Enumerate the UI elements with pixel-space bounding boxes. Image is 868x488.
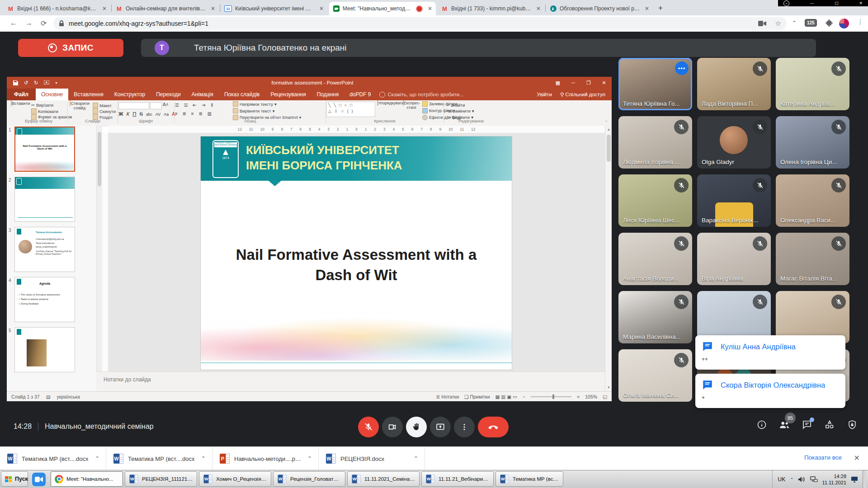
- thumbnail-slide-2[interactable]: [14, 177, 75, 222]
- show-all-downloads[interactable]: Показати все: [804, 454, 842, 461]
- taskbar-task-word[interactable]: W Тематика МР (вступ ...: [495, 471, 563, 487]
- zoom-level[interactable]: 105%: [585, 394, 597, 399]
- paste-button[interactable]: Вставити: [10, 101, 30, 106]
- extensions-puzzle-icon[interactable]: [826, 19, 833, 27]
- tab-webinar[interactable]: M Онлайн-семінар для вчителів іноз ✕: [112, 2, 219, 15]
- browser-menu-icon[interactable]: ⋮: [857, 18, 863, 25]
- zoom-slider[interactable]: [531, 396, 571, 397]
- meeting-details-button[interactable]: [756, 419, 768, 431]
- chevron-up-icon[interactable]: ⌃: [201, 455, 206, 462]
- extensions-collapse-icon[interactable]: ⌃: [792, 20, 797, 26]
- ppt-share-button[interactable]: ⚲ Спільний доступ: [560, 91, 605, 98]
- download-item[interactable]: W РЕЦЕНЗІЯ.docx ⌃: [319, 447, 425, 470]
- ppt-tab-slideshow[interactable]: Показ слайдів: [219, 89, 265, 100]
- ppt-tab-review[interactable]: Рецензування: [265, 89, 311, 100]
- comments-toggle[interactable]: ❑ Примітки: [464, 394, 490, 399]
- participant-tile[interactable]: Олена Ігорівна Ци...: [776, 116, 849, 169]
- present-button[interactable]: [430, 417, 451, 437]
- new-tab-button[interactable]: +: [658, 4, 663, 13]
- ppt-tab-design[interactable]: Конструктор: [109, 89, 151, 100]
- collapse-ribbon-icon[interactable]: ⌃: [604, 120, 608, 125]
- italic-button[interactable]: К: [126, 111, 129, 117]
- view-buttons[interactable]: ▦ ▥ ▣ ▭: [495, 394, 517, 399]
- notes-toggle[interactable]: ≣ Нотатки: [436, 394, 459, 399]
- align-text-button[interactable]: Вирівняти текст ▾: [233, 108, 274, 113]
- bookmark-star-icon[interactable]: ☆: [775, 19, 781, 28]
- notes-pane[interactable]: Нотатки до слайда: [96, 371, 605, 391]
- tab-discussion[interactable]: Обговорення Проекту нової редак ✕: [546, 2, 653, 15]
- fit-slide-icon[interactable]: ◱: [603, 394, 607, 399]
- taskbar-task-word[interactable]: W РЕЦЕНЗІЯ_111121 - ...: [125, 471, 197, 487]
- layout-button[interactable]: Макет: [93, 103, 112, 108]
- tab-gmail-1[interactable]: M Вхідні (1 666) - n.kosharna@kubg.e ✕: [4, 2, 110, 15]
- chevron-up-icon[interactable]: ⌃: [307, 455, 312, 462]
- close-icon[interactable]: ✕: [428, 5, 432, 12]
- forward-icon[interactable]: →: [25, 19, 33, 27]
- download-item[interactable]: W Тематика МР (вст....docx ⌃: [106, 447, 212, 470]
- participants-button[interactable]: 85: [778, 419, 790, 431]
- close-downloads-icon[interactable]: ✕: [854, 454, 860, 462]
- slide-scrollbar[interactable]: ▲ ▼: [605, 126, 612, 391]
- participant-tile[interactable]: Ольга Іванівна Си...: [618, 349, 692, 402]
- close-icon[interactable]: ✕: [536, 5, 541, 12]
- taskbar-task-word[interactable]: W Хомич О_Рецензія [Р...: [199, 471, 271, 487]
- zoom-out-icon[interactable]: −: [523, 394, 525, 399]
- volume-icon[interactable]: [798, 476, 806, 483]
- close-icon[interactable]: ✕: [211, 5, 215, 12]
- quick-styles-button[interactable]: Експрес-стилі: [401, 101, 421, 110]
- thumbnail-slide-1[interactable]: Nail Formative Assessment with a Dash of…: [14, 127, 75, 172]
- chevron-up-icon[interactable]: ⌃: [95, 455, 99, 462]
- download-item[interactable]: W Тематика МР (вст....docx ⌃: [0, 447, 106, 470]
- redo-icon[interactable]: ↻: [34, 80, 38, 86]
- tray-clock[interactable]: 14:28 11.11.2021: [822, 473, 846, 486]
- font-size-box[interactable]: [150, 102, 162, 109]
- ppt-close-icon[interactable]: ✕: [596, 80, 612, 86]
- ribbon-options-icon[interactable]: ▦: [550, 80, 566, 86]
- profile-avatar[interactable]: [839, 19, 849, 28]
- show-desktop-button[interactable]: [863, 470, 866, 488]
- scroll-down-icon[interactable]: ⌄: [783, 0, 789, 6]
- close-icon[interactable]: ✕: [645, 5, 649, 12]
- hidden-icons-chevron[interactable]: ⌃: [790, 477, 793, 482]
- more-options-button[interactable]: [454, 417, 475, 437]
- chat-notification[interactable]: Куліш Анна Андріївна ++: [695, 335, 845, 370]
- activities-button[interactable]: [824, 419, 835, 431]
- participant-tile[interactable]: Людмила Ігорівна ...: [618, 116, 692, 169]
- participant-tile[interactable]: Олександра Васи...: [776, 174, 849, 227]
- participant-tile[interactable]: Магас Віталія Віта...: [776, 233, 849, 285]
- taskbar-task-chrome[interactable]: Meet: "Навчально...: [51, 471, 123, 487]
- address-bar[interactable]: meet.google.com/xhq-agrz-sys?authuser=1&…: [53, 17, 787, 30]
- ppt-tab-animations[interactable]: Анімація: [186, 89, 219, 100]
- ppt-tab-transitions[interactable]: Переходи: [151, 89, 186, 100]
- cut-button[interactable]: ✂Вирізати: [31, 103, 53, 108]
- copy-button[interactable]: Копіювати: [31, 108, 58, 114]
- shapes-gallery[interactable]: ╲ ╲ □ ○ □ △ ⇩ ☆ ( ): [326, 102, 375, 117]
- align-buttons[interactable]: ≡ ≣ ≡ ≣ ▥: [175, 111, 213, 116]
- host-controls-button[interactable]: [846, 419, 858, 431]
- strikethrough-button[interactable]: S: [139, 111, 143, 117]
- new-slide-button[interactable]: Створити слайд: [68, 101, 91, 111]
- chevron-up-icon[interactable]: ⌃: [414, 455, 418, 462]
- list-buttons[interactable]: ☰ ☱ ⇤ ⇥ ⇕: [175, 103, 216, 108]
- language-indicator[interactable]: українська: [57, 394, 80, 399]
- font-name-box[interactable]: [118, 102, 149, 109]
- camera-toggle-button[interactable]: [382, 417, 403, 437]
- maximize-icon[interactable]: ▢: [835, 1, 839, 5]
- language-indicator[interactable]: UK: [778, 476, 786, 483]
- qat-customize-icon[interactable]: ▾: [55, 81, 57, 85]
- zoom-in-icon[interactable]: +: [577, 394, 580, 399]
- tab-gmail-2[interactable]: M Вхідні (1 733) - kimmn.pi@kubg.ed ✕: [438, 2, 544, 15]
- ppt-tab-home[interactable]: Основне: [36, 89, 68, 100]
- save-icon[interactable]: [13, 80, 18, 85]
- close-icon[interactable]: ✕: [319, 5, 324, 12]
- network-icon[interactable]: [810, 476, 818, 483]
- slideshow-icon[interactable]: [44, 80, 49, 85]
- chat-notification[interactable]: Скора Вікторія Олександрівна +: [695, 374, 845, 408]
- find-button[interactable]: ⌕Знайти: [447, 102, 465, 108]
- start-button[interactable]: Пуск: [1, 471, 28, 487]
- participant-tile[interactable]: Віра Андріївна: [697, 233, 771, 285]
- mic-toggle-button[interactable]: [358, 417, 379, 437]
- participant-tile[interactable]: Olga Gladyr: [697, 116, 771, 169]
- taskbar-task-word[interactable]: W Рецензія_Головатен...: [273, 471, 345, 487]
- reload-icon[interactable]: ⟳: [41, 19, 47, 28]
